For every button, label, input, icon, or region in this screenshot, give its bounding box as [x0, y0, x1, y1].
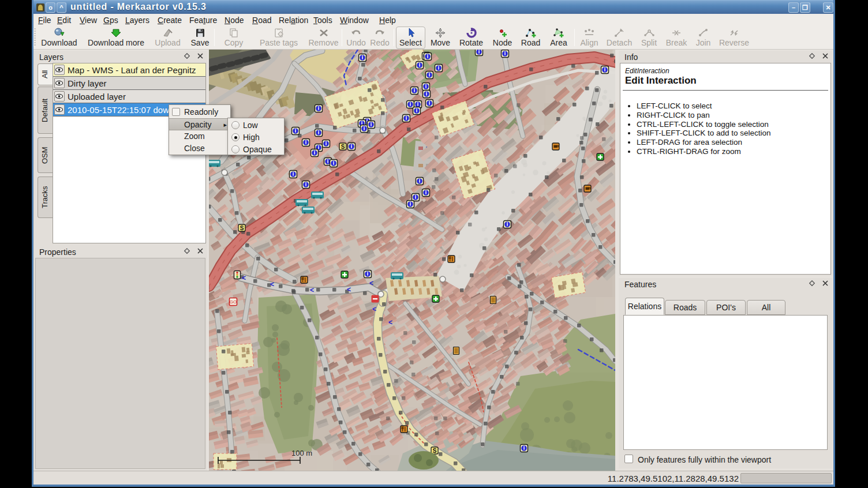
svg-text:<: < — [369, 279, 373, 287]
svg-text:<: < — [242, 274, 246, 282]
svg-text:<: < — [310, 286, 314, 294]
svg-text:S: S — [433, 448, 437, 454]
svg-text:GO: GO — [230, 299, 237, 305]
svg-text:<: < — [270, 280, 274, 288]
svg-text:S: S — [341, 144, 345, 150]
svg-text:<: < — [347, 286, 351, 294]
svg-text:<: < — [372, 305, 376, 313]
svg-text:<: < — [388, 318, 392, 326]
svg-text:100 m: 100 m — [291, 449, 312, 457]
svg-text:S: S — [240, 225, 244, 231]
